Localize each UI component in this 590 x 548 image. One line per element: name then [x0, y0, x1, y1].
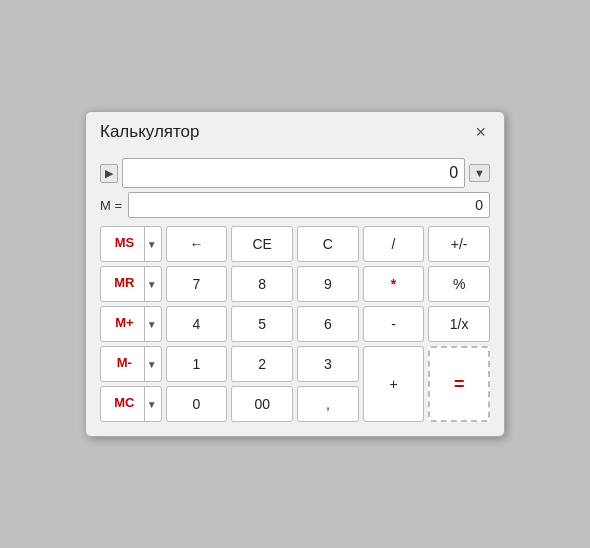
mminus-button-wrapper[interactable]: M- ▼: [100, 346, 162, 382]
close-button[interactable]: ×: [471, 123, 490, 141]
display-left-arrow[interactable]: ▶: [100, 164, 118, 183]
mr-arrow: ▼: [144, 267, 161, 301]
titlebar: Калькулятор ×: [86, 112, 504, 150]
dot-button[interactable]: ,: [297, 386, 359, 422]
calculator-body: ▶ ▼ M = MS ▼ ← CE C / +/- MR ▼ 7: [86, 150, 504, 436]
plusminus-button[interactable]: +/-: [428, 226, 490, 262]
mc-button-wrapper[interactable]: MC ▼: [100, 386, 162, 422]
multiply-button[interactable]: *: [363, 266, 425, 302]
ms-label: MS: [101, 227, 144, 261]
4-button[interactable]: 4: [166, 306, 228, 342]
plus-button[interactable]: +: [363, 346, 425, 422]
mr-button-wrapper[interactable]: MR ▼: [100, 266, 162, 302]
mr-label: MR: [101, 267, 144, 301]
mminus-label: M-: [101, 347, 144, 381]
mminus-arrow: ▼: [144, 347, 161, 381]
mplus-label: M+: [101, 307, 144, 341]
mplus-button-wrapper[interactable]: M+ ▼: [100, 306, 162, 342]
mc-label: MC: [101, 387, 144, 421]
memory-row: M =: [100, 192, 490, 218]
ce-button[interactable]: CE: [231, 226, 293, 262]
3-button[interactable]: 3: [297, 346, 359, 382]
window-title: Калькулятор: [100, 122, 200, 142]
mplus-arrow: ▼: [144, 307, 161, 341]
mc-arrow: ▼: [144, 387, 161, 421]
9-button[interactable]: 9: [297, 266, 359, 302]
memory-display: [128, 192, 490, 218]
display-dropdown-arrow[interactable]: ▼: [469, 164, 490, 182]
6-button[interactable]: 6: [297, 306, 359, 342]
5-button[interactable]: 5: [231, 306, 293, 342]
memory-label: M =: [100, 198, 122, 213]
button-grid: MS ▼ ← CE C / +/- MR ▼ 7 8 9 * % M+ ▼ 4: [100, 226, 490, 422]
c-button[interactable]: C: [297, 226, 359, 262]
percent-button[interactable]: %: [428, 266, 490, 302]
divide-button[interactable]: /: [363, 226, 425, 262]
0-button[interactable]: 0: [166, 386, 228, 422]
7-button[interactable]: 7: [166, 266, 228, 302]
ms-arrow: ▼: [144, 227, 161, 261]
ms-button-wrapper[interactable]: MS ▼: [100, 226, 162, 262]
1-button[interactable]: 1: [166, 346, 228, 382]
2-button[interactable]: 2: [231, 346, 293, 382]
00-button[interactable]: 00: [231, 386, 293, 422]
main-display[interactable]: [122, 158, 465, 188]
backspace-button[interactable]: ←: [166, 226, 228, 262]
minus-button[interactable]: -: [363, 306, 425, 342]
calculator-window: Калькулятор × ▶ ▼ M = MS ▼ ← CE C / +/-: [85, 111, 505, 437]
reciprocal-button[interactable]: 1/x: [428, 306, 490, 342]
8-button[interactable]: 8: [231, 266, 293, 302]
display-row: ▶ ▼: [100, 158, 490, 188]
equals-button[interactable]: =: [428, 346, 490, 422]
